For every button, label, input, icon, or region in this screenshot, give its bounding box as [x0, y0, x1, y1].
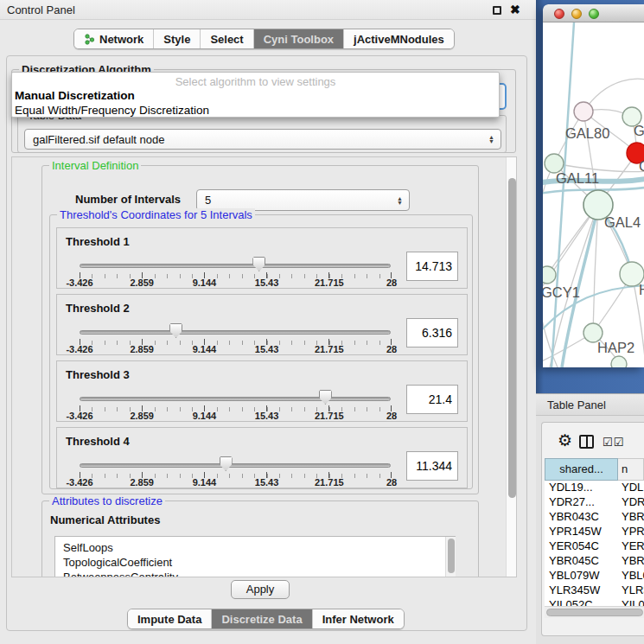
tab-label: Infer Network — [322, 613, 394, 626]
tab-infer-network[interactable]: Infer Network — [313, 609, 404, 628]
tick-label: 9.144 — [193, 411, 217, 421]
table-header-shared[interactable]: shared... — [545, 458, 618, 481]
table-row[interactable]: YDL19...YDL1 — [545, 481, 644, 495]
threshold-value-input[interactable] — [406, 385, 458, 414]
threshold-row: Threshold 2 -3.426 2.859 9.144 15.43 21.… — [56, 294, 468, 355]
float-panel-icon[interactable] — [493, 6, 501, 15]
table-cell[interactable]: YLR3 — [618, 583, 644, 598]
table-cell[interactable]: YBL0 — [618, 569, 644, 583]
tab-style[interactable]: Style — [154, 29, 201, 48]
slider-thumb[interactable] — [319, 390, 332, 405]
node-bottom-partial[interactable] — [611, 356, 627, 367]
table-row[interactable]: YBR043CYBR0 — [545, 510, 644, 525]
table-cell[interactable]: YPR145W — [545, 525, 618, 539]
table-row[interactable]: YLR345WYLR3 — [545, 583, 644, 598]
table-row[interactable]: YDR27...YDR2 — [545, 495, 644, 510]
table-horizontal-scrollbar[interactable] — [545, 606, 644, 618]
table-cell[interactable]: YPR1 — [618, 525, 644, 539]
threshold-label: Threshold 2 — [66, 302, 130, 315]
table-row[interactable]: YER054CYER0 — [545, 539, 644, 554]
column-layout-icon[interactable] — [579, 435, 594, 449]
table-header-name[interactable]: n — [618, 458, 644, 481]
table-cell[interactable]: YDR27... — [545, 495, 618, 510]
tab-jactivemnodules[interactable]: jActiveMNodules — [344, 29, 454, 48]
node-label: HAP2 — [597, 340, 634, 355]
numerical-attributes-label: Numerical Attributes — [50, 513, 160, 526]
threshold-value-input[interactable] — [406, 252, 458, 281]
table-row[interactable]: YBR045CYBR0 — [545, 554, 644, 569]
threshold-label: Threshold 3 — [66, 368, 130, 381]
threshold-value-input[interactable] — [406, 451, 458, 481]
number-of-intervals-value: 5 — [205, 194, 211, 207]
table-cell[interactable]: YLR345W — [545, 583, 618, 598]
tab-label: Select — [210, 33, 243, 46]
tab-cyni-toolbox[interactable]: Cyni Toolbox — [254, 29, 344, 48]
number-of-intervals-label: Number of Intervals — [75, 193, 181, 206]
thresholds-group-label: Threshold's Coordinates for 5 Intervals — [57, 208, 255, 221]
scrollbar-thumb[interactable] — [508, 178, 516, 498]
slider-thumb[interactable] — [252, 257, 265, 271]
table-cell[interactable]: YBR0 — [618, 554, 644, 569]
table-row[interactable]: YPR145WYPR1 — [545, 525, 644, 539]
table-cell[interactable]: YBR045C — [545, 554, 618, 569]
zoom-window-icon[interactable] — [589, 9, 599, 19]
table-data-group: Table Data galFiltered.sif default node … — [17, 115, 507, 153]
settings-vertical-scrollbar[interactable] — [506, 157, 517, 577]
threshold-value-input[interactable] — [406, 318, 458, 348]
attribute-list-item[interactable]: TopologicalCoefficient — [55, 555, 455, 570]
table-cell[interactable]: YBR043C — [545, 510, 618, 525]
dropdown-placeholder-item[interactable]: Select algorithm to view settings — [12, 75, 499, 88]
tick-label: 28 — [386, 344, 397, 354]
slider-track[interactable] — [80, 330, 391, 335]
scrollbar-thumb[interactable] — [448, 539, 455, 573]
network-graph: GAL80 GA C GAL11 GAL4 GCY1 H HAP2 — [543, 22, 644, 367]
select-columns-icon[interactable]: ☑☑ — [603, 436, 624, 449]
node-gcy1[interactable] — [543, 266, 556, 284]
table-cell[interactable]: YDR2 — [618, 495, 644, 510]
table-cell[interactable]: YDL19... — [545, 481, 618, 495]
node-gal80[interactable] — [574, 102, 593, 121]
attribute-list-item[interactable]: BetweennessCentrality — [55, 570, 455, 577]
minimize-window-icon[interactable] — [571, 9, 582, 19]
table-cell[interactable]: YER054C — [545, 539, 618, 554]
tick-label: -3.426 — [66, 277, 92, 288]
bottom-tabbar: Impute Data Discretize Data Infer Networ… — [127, 609, 405, 629]
slider-thumb[interactable] — [169, 323, 182, 338]
table-cell[interactable]: YDL1 — [618, 481, 644, 495]
threshold-row: Threshold 4 -3.426 2.859 9.144 15.43 21.… — [56, 427, 468, 488]
close-window-icon[interactable] — [554, 9, 564, 19]
tab-network[interactable]: Network — [74, 29, 154, 48]
node-label: GCY1 — [543, 284, 580, 300]
tab-select[interactable]: Select — [201, 29, 253, 48]
tick-label: 9.144 — [193, 477, 217, 488]
interval-definition-group: Interval Definition Number of Intervals … — [41, 165, 479, 494]
table-cell[interactable]: YER0 — [618, 539, 644, 554]
table-data-combobox[interactable]: galFiltered.sif default node ▲▼ — [24, 129, 501, 150]
table-cell[interactable]: YBR0 — [618, 510, 644, 525]
slider-thumb[interactable] — [220, 456, 233, 471]
tick-label: 9.144 — [193, 344, 217, 354]
threshold-row: Threshold 1 -3.426 2.859 9.144 15.43 21.… — [56, 227, 468, 289]
apply-button[interactable]: Apply — [231, 580, 290, 599]
attribute-list-item[interactable]: SelfLoops — [55, 540, 455, 555]
table-cell[interactable]: YBL079W — [545, 569, 618, 583]
tab-label: Cyni Toolbox — [264, 33, 334, 46]
dropdown-option-equal-width[interactable]: Equal Width/Frequency Discretization — [15, 104, 209, 117]
tick-label: 15.43 — [255, 277, 279, 288]
table-row[interactable]: YBL079WYBL0 — [545, 569, 644, 583]
gear-icon[interactable]: ⚙ — [558, 432, 572, 449]
algorithm-dropdown-popup: Select algorithm to view settings Manual… — [11, 72, 500, 118]
node-label: GAL4 — [604, 214, 641, 230]
tab-discretize-data[interactable]: Discretize Data — [212, 609, 312, 628]
slider-track[interactable] — [80, 463, 391, 468]
tab-impute-data[interactable]: Impute Data — [128, 609, 212, 628]
dropdown-option-manual-discretization[interactable]: Manual Discretization — [15, 89, 135, 102]
slider-track[interactable] — [80, 397, 391, 401]
close-panel-icon[interactable]: ✖ — [510, 3, 520, 16]
network-window-titlebar — [543, 4, 644, 22]
scrollbar-thumb[interactable] — [546, 609, 643, 616]
slider-track[interactable] — [80, 264, 391, 268]
attributes-list-scrollbar[interactable] — [445, 537, 456, 577]
tick-label: 21.715 — [315, 477, 344, 488]
network-canvas[interactable]: GAL80 GA C GAL11 GAL4 GCY1 H HAP2 — [543, 22, 644, 367]
